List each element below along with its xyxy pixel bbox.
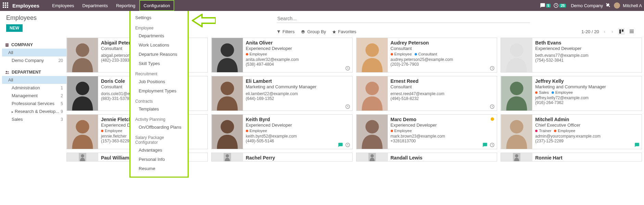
employee-role: Experienced Developer bbox=[246, 123, 350, 128]
config-departure-reasons[interactable]: Departure Reasons bbox=[130, 50, 188, 59]
svg-point-22 bbox=[510, 43, 523, 57]
config-advantages[interactable]: Advantages bbox=[130, 145, 188, 155]
clock-icon bbox=[553, 3, 559, 8]
employee-card[interactable]: Anita Oliver Experienced Developer Emplo… bbox=[211, 38, 353, 73]
sidebar-dept-admin[interactable]: Administration1 bbox=[2, 84, 66, 92]
clock-icon bbox=[345, 142, 350, 148]
svg-point-36 bbox=[220, 120, 234, 133]
apps-icon[interactable] bbox=[3, 2, 9, 9]
list-icon bbox=[629, 29, 634, 34]
kanban-icon bbox=[619, 29, 624, 34]
employee-phone: (916)-264-7362 bbox=[535, 100, 639, 105]
sidebar-dept-label: Professional Services bbox=[12, 101, 54, 106]
sidebar-dept-research[interactable]: ▸Research & Develop...9 bbox=[2, 107, 66, 115]
tools-icon[interactable] bbox=[606, 3, 611, 8]
employee-name: Ronnie Hart bbox=[535, 155, 639, 161]
config-settings[interactable]: Settings bbox=[130, 13, 188, 22]
favorites-button[interactable]: Favorites bbox=[332, 29, 356, 34]
employee-name: Ernest Reed bbox=[391, 78, 494, 84]
chat-icon bbox=[338, 142, 343, 148]
employee-card[interactable]: Ernest Reed Consultant ernest.reed47@exa… bbox=[356, 76, 497, 111]
employee-name: Mitchell Admin bbox=[535, 117, 639, 122]
employee-role: Marketing and Community Manager bbox=[246, 84, 350, 89]
employee-card[interactable]: Jeffrey Kelly Marketing and Community Ma… bbox=[501, 76, 642, 111]
nav-configuration[interactable]: Configuration bbox=[139, 0, 174, 11]
pager-next[interactable]: › bbox=[610, 29, 615, 34]
config-onboarding-plans[interactable]: On/Offboarding Plans bbox=[130, 123, 188, 132]
employee-card[interactable]: Keith Byrd Experienced Developer Employe… bbox=[211, 114, 353, 149]
svg-rect-6 bbox=[5, 43, 9, 47]
config-templates[interactable]: Templates bbox=[130, 104, 188, 114]
config-job-positions[interactable]: Job Positions bbox=[130, 77, 188, 86]
employee-card[interactable]: Audrey Peterson Consultant EmployeeConsu… bbox=[356, 38, 497, 73]
nav-employees[interactable]: Employees bbox=[48, 0, 78, 11]
sidebar-dept-label: Research & Develop... bbox=[15, 109, 59, 114]
sidebar-dept-all[interactable]: All bbox=[2, 76, 66, 84]
svg-point-50 bbox=[515, 154, 518, 157]
employee-photo bbox=[67, 38, 98, 72]
new-button[interactable]: NEW bbox=[6, 24, 23, 32]
config-employment-types[interactable]: Employment Types bbox=[130, 86, 188, 95]
groupby-label: Group By bbox=[307, 29, 326, 34]
employee-photo bbox=[212, 115, 243, 149]
filter-icon bbox=[277, 30, 281, 34]
sidebar-company-demo[interactable]: Demo Company20 bbox=[2, 56, 66, 64]
sidebar-department-label: DEPARTMENT bbox=[12, 70, 41, 75]
employee-email: jeffrey.kelly72@example.com bbox=[535, 95, 639, 100]
sidebar-dept-management[interactable]: Management2 bbox=[2, 92, 66, 100]
groupby-button[interactable]: Group By bbox=[301, 29, 326, 34]
config-work-locations[interactable]: Work Locations bbox=[130, 40, 188, 50]
sidebar: COMPANY All Demo Company20 DEPARTMENT Al… bbox=[2, 38, 66, 162]
sidebar-dept-professional[interactable]: Professional Services5 bbox=[2, 100, 66, 107]
employee-card[interactable]: Randall Lewis bbox=[356, 153, 497, 162]
employee-phone: +3281813700 bbox=[391, 139, 494, 143]
clock-icon bbox=[345, 104, 350, 109]
nav-departments[interactable]: Departments bbox=[78, 0, 112, 11]
favorites-label: Favorites bbox=[338, 29, 356, 34]
employee-email: audrey.peterson25@example.com bbox=[391, 57, 494, 62]
config-personal-info[interactable]: Personal Info bbox=[130, 155, 188, 162]
employee-card[interactable]: Rachel Perry bbox=[211, 153, 353, 162]
sidebar-dept-label: Sales bbox=[12, 117, 23, 122]
svg-rect-7 bbox=[6, 44, 7, 44]
employee-name: Randall Lewis bbox=[391, 155, 494, 161]
list-view-button[interactable] bbox=[628, 28, 635, 35]
svg-point-34 bbox=[76, 120, 89, 133]
company-switcher[interactable]: Demo Company bbox=[571, 3, 603, 8]
kanban-view-button[interactable] bbox=[618, 28, 625, 35]
svg-rect-10 bbox=[8, 45, 8, 46]
employee-card[interactable]: Beth Evans Experienced Developer beth.ev… bbox=[501, 38, 642, 73]
sidebar-company-header: COMPANY bbox=[5, 42, 66, 47]
user-avatar[interactable] bbox=[614, 2, 620, 9]
activities-indicator[interactable]: 25 bbox=[553, 3, 566, 8]
employee-role: Consultant bbox=[391, 84, 494, 89]
employee-card[interactable]: Mitchell Admin Chief Executive Officer T… bbox=[501, 114, 642, 149]
employee-phone: (237)-125-2289 bbox=[535, 139, 639, 143]
employee-card[interactable]: Ronnie Hart bbox=[501, 153, 642, 162]
sidebar-company-label: COMPANY bbox=[11, 42, 33, 47]
pager-prev[interactable]: ‹ bbox=[603, 29, 607, 34]
employee-card[interactable]: Eli Lambert Marketing and Community Mana… bbox=[211, 76, 353, 111]
svg-rect-2 bbox=[622, 29, 623, 32]
employee-phone: (644)-169-1352 bbox=[246, 96, 350, 101]
user-name[interactable]: Mitchell A bbox=[623, 3, 642, 8]
employee-card[interactable]: Marc Demo Experienced Developer Employee… bbox=[356, 114, 497, 149]
star-icon bbox=[332, 30, 336, 34]
employee-tag: Employee bbox=[391, 129, 412, 133]
svg-point-46 bbox=[226, 154, 229, 157]
employee-photo bbox=[67, 153, 98, 161]
sidebar-dept-count: 5 bbox=[61, 101, 63, 106]
sidebar-dept-sales[interactable]: Sales3 bbox=[2, 115, 66, 123]
filters-button[interactable]: Filters bbox=[277, 29, 294, 34]
search-input[interactable] bbox=[277, 14, 530, 23]
config-skill-types[interactable]: Skill Types bbox=[130, 59, 188, 68]
svg-point-39 bbox=[365, 120, 379, 133]
config-departments[interactable]: Departments bbox=[130, 31, 188, 40]
messages-indicator[interactable]: 5 bbox=[540, 3, 551, 8]
nav-reporting[interactable]: Reporting bbox=[112, 0, 139, 11]
employee-email: eli.lambert22@example.com bbox=[246, 91, 350, 96]
sidebar-company-all[interactable]: All bbox=[2, 49, 66, 56]
config-group-employee: Employee bbox=[130, 22, 188, 31]
employee-email: admin@yourcompany.example.com bbox=[535, 134, 639, 139]
employee-tag: Consultant bbox=[415, 52, 437, 56]
